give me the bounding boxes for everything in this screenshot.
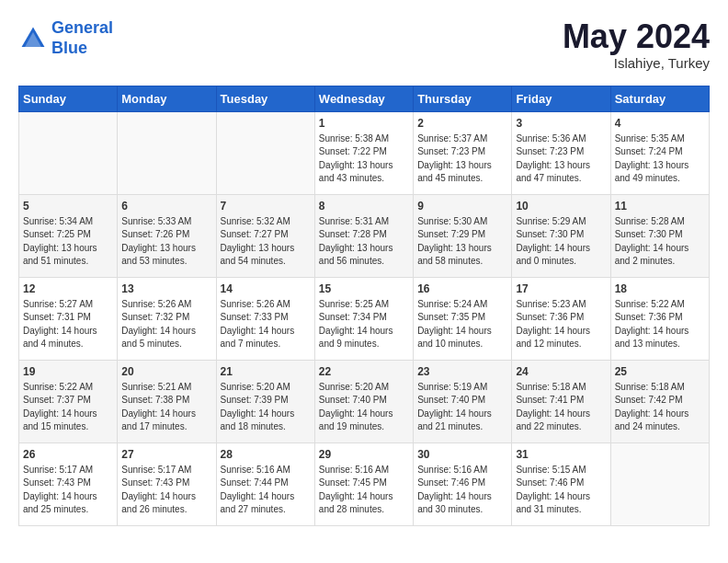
page-header: General Blue May 2024 Islahiye, Turkey [18, 18, 710, 71]
calendar-cell: 16Sunrise: 5:24 AM Sunset: 7:35 PM Dayli… [414, 277, 512, 360]
day-number: 3 [516, 117, 606, 130]
calendar-cell: 24Sunrise: 5:18 AM Sunset: 7:41 PM Dayli… [512, 360, 610, 442]
day-number: 2 [417, 117, 507, 130]
calendar-cell: 4Sunrise: 5:35 AM Sunset: 7:24 PM Daylig… [610, 111, 709, 194]
day-number: 24 [516, 365, 606, 378]
calendar-cell: 6Sunrise: 5:33 AM Sunset: 7:26 PM Daylig… [118, 194, 216, 277]
day-number: 14 [221, 282, 311, 295]
day-info: Sunrise: 5:18 AM Sunset: 7:41 PM Dayligh… [516, 381, 606, 434]
day-number: 20 [121, 365, 211, 378]
calendar-cell: 29Sunrise: 5:16 AM Sunset: 7:45 PM Dayli… [314, 442, 413, 525]
day-number: 30 [417, 448, 507, 461]
day-info: Sunrise: 5:37 AM Sunset: 7:23 PM Dayligh… [417, 132, 507, 186]
logo-text: General Blue [51, 18, 113, 58]
weekday-header: Sunday [19, 86, 118, 111]
day-number: 7 [221, 200, 311, 213]
calendar-cell: 21Sunrise: 5:20 AM Sunset: 7:39 PM Dayli… [216, 360, 314, 442]
day-number: 15 [319, 282, 409, 295]
day-info: Sunrise: 5:27 AM Sunset: 7:31 PM Dayligh… [23, 298, 113, 351]
calendar-week-row: 19Sunrise: 5:22 AM Sunset: 7:37 PM Dayli… [19, 360, 710, 442]
calendar-cell: 17Sunrise: 5:23 AM Sunset: 7:36 PM Dayli… [512, 277, 610, 360]
day-info: Sunrise: 5:16 AM Sunset: 7:46 PM Dayligh… [417, 464, 507, 517]
day-number: 31 [516, 448, 606, 461]
weekday-header-row: SundayMondayTuesdayWednesdayThursdayFrid… [19, 86, 710, 111]
calendar-cell: 10Sunrise: 5:29 AM Sunset: 7:30 PM Dayli… [512, 194, 610, 277]
weekday-header: Friday [512, 86, 610, 111]
day-number: 29 [319, 448, 409, 461]
calendar-cell: 3Sunrise: 5:36 AM Sunset: 7:23 PM Daylig… [512, 111, 610, 194]
logo-line1: General [51, 18, 113, 37]
calendar-cell [118, 111, 216, 194]
calendar-cell: 20Sunrise: 5:21 AM Sunset: 7:38 PM Dayli… [118, 360, 216, 442]
calendar-cell [19, 111, 118, 194]
day-number: 5 [23, 200, 113, 213]
day-number: 10 [516, 200, 606, 213]
location: Islahiye, Turkey [563, 55, 710, 71]
day-info: Sunrise: 5:22 AM Sunset: 7:37 PM Dayligh… [23, 381, 113, 434]
day-info: Sunrise: 5:17 AM Sunset: 7:43 PM Dayligh… [23, 464, 113, 517]
calendar-cell: 9Sunrise: 5:30 AM Sunset: 7:29 PM Daylig… [414, 194, 512, 277]
calendar-cell: 25Sunrise: 5:18 AM Sunset: 7:42 PM Dayli… [610, 360, 709, 442]
logo: General Blue [18, 18, 113, 58]
weekday-header: Thursday [414, 86, 512, 111]
day-number: 27 [121, 448, 211, 461]
calendar-cell: 27Sunrise: 5:17 AM Sunset: 7:43 PM Dayli… [118, 442, 216, 525]
day-number: 11 [615, 200, 705, 213]
day-number: 23 [417, 365, 507, 378]
calendar-week-row: 12Sunrise: 5:27 AM Sunset: 7:31 PM Dayli… [19, 277, 710, 360]
day-info: Sunrise: 5:35 AM Sunset: 7:24 PM Dayligh… [615, 132, 705, 186]
day-info: Sunrise: 5:28 AM Sunset: 7:30 PM Dayligh… [615, 215, 705, 269]
day-number: 8 [319, 200, 409, 213]
day-info: Sunrise: 5:16 AM Sunset: 7:45 PM Dayligh… [319, 464, 409, 517]
calendar-week-row: 26Sunrise: 5:17 AM Sunset: 7:43 PM Dayli… [19, 442, 710, 525]
calendar-cell: 13Sunrise: 5:26 AM Sunset: 7:32 PM Dayli… [118, 277, 216, 360]
calendar-week-row: 5Sunrise: 5:34 AM Sunset: 7:25 PM Daylig… [19, 194, 710, 277]
day-number: 25 [615, 365, 705, 378]
day-info: Sunrise: 5:25 AM Sunset: 7:34 PM Dayligh… [319, 298, 409, 351]
day-info: Sunrise: 5:15 AM Sunset: 7:46 PM Dayligh… [516, 464, 606, 517]
weekday-header: Tuesday [216, 86, 314, 111]
logo-line2: Blue [51, 39, 87, 57]
day-info: Sunrise: 5:26 AM Sunset: 7:33 PM Dayligh… [221, 298, 311, 351]
calendar-cell: 1Sunrise: 5:38 AM Sunset: 7:22 PM Daylig… [314, 111, 413, 194]
day-info: Sunrise: 5:34 AM Sunset: 7:25 PM Dayligh… [23, 215, 113, 269]
calendar-cell: 31Sunrise: 5:15 AM Sunset: 7:46 PM Dayli… [512, 442, 610, 525]
weekday-header: Monday [118, 86, 216, 111]
calendar-cell [610, 442, 709, 525]
calendar-week-row: 1Sunrise: 5:38 AM Sunset: 7:22 PM Daylig… [19, 111, 710, 194]
day-info: Sunrise: 5:24 AM Sunset: 7:35 PM Dayligh… [417, 298, 507, 351]
day-info: Sunrise: 5:32 AM Sunset: 7:27 PM Dayligh… [221, 215, 311, 269]
day-info: Sunrise: 5:22 AM Sunset: 7:36 PM Dayligh… [615, 298, 705, 351]
day-number: 13 [121, 282, 211, 295]
calendar-cell: 15Sunrise: 5:25 AM Sunset: 7:34 PM Dayli… [314, 277, 413, 360]
day-number: 18 [615, 282, 705, 295]
calendar-cell: 12Sunrise: 5:27 AM Sunset: 7:31 PM Dayli… [19, 277, 118, 360]
day-info: Sunrise: 5:36 AM Sunset: 7:23 PM Dayligh… [516, 132, 606, 186]
month-year: May 2024 [563, 18, 710, 55]
logo-icon [18, 24, 48, 53]
day-info: Sunrise: 5:20 AM Sunset: 7:40 PM Dayligh… [319, 381, 409, 434]
day-info: Sunrise: 5:31 AM Sunset: 7:28 PM Dayligh… [319, 215, 409, 269]
day-number: 28 [221, 448, 311, 461]
day-info: Sunrise: 5:16 AM Sunset: 7:44 PM Dayligh… [221, 464, 311, 517]
day-number: 6 [121, 200, 211, 213]
day-info: Sunrise: 5:33 AM Sunset: 7:26 PM Dayligh… [121, 215, 211, 269]
calendar-cell [216, 111, 314, 194]
weekday-header: Saturday [610, 86, 709, 111]
day-info: Sunrise: 5:17 AM Sunset: 7:43 PM Dayligh… [121, 464, 211, 517]
calendar-cell: 19Sunrise: 5:22 AM Sunset: 7:37 PM Dayli… [19, 360, 118, 442]
calendar-table: SundayMondayTuesdayWednesdayThursdayFrid… [18, 86, 710, 526]
calendar-cell: 14Sunrise: 5:26 AM Sunset: 7:33 PM Dayli… [216, 277, 314, 360]
calendar-cell: 11Sunrise: 5:28 AM Sunset: 7:30 PM Dayli… [610, 194, 709, 277]
calendar-cell: 18Sunrise: 5:22 AM Sunset: 7:36 PM Dayli… [610, 277, 709, 360]
day-number: 19 [23, 365, 113, 378]
calendar-cell: 22Sunrise: 5:20 AM Sunset: 7:40 PM Dayli… [314, 360, 413, 442]
day-number: 21 [221, 365, 311, 378]
title-block: May 2024 Islahiye, Turkey [563, 18, 710, 71]
day-info: Sunrise: 5:18 AM Sunset: 7:42 PM Dayligh… [615, 381, 705, 434]
day-info: Sunrise: 5:21 AM Sunset: 7:38 PM Dayligh… [121, 381, 211, 434]
day-number: 4 [615, 117, 705, 130]
day-info: Sunrise: 5:19 AM Sunset: 7:40 PM Dayligh… [417, 381, 507, 434]
calendar-cell: 28Sunrise: 5:16 AM Sunset: 7:44 PM Dayli… [216, 442, 314, 525]
day-info: Sunrise: 5:29 AM Sunset: 7:30 PM Dayligh… [516, 215, 606, 269]
